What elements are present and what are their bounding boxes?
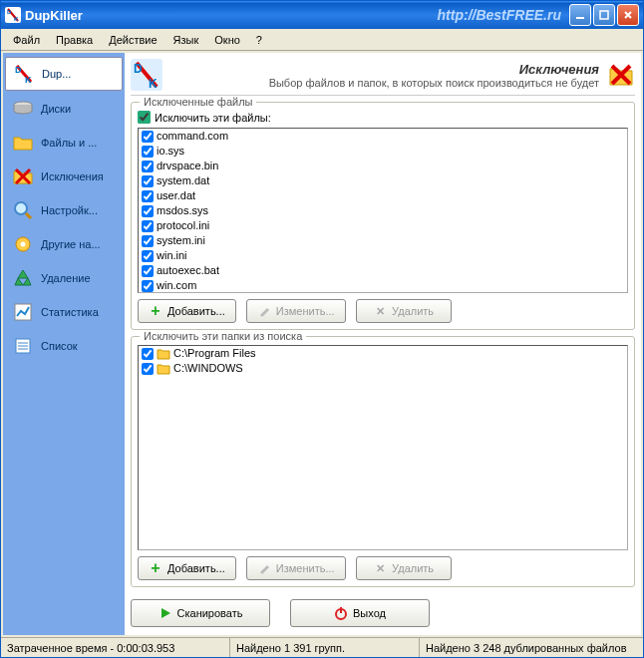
sidebar-item-delete[interactable]: Удаление — [5, 262, 123, 294]
scan-button[interactable]: Сканировать — [131, 599, 270, 627]
file-checkbox[interactable] — [142, 205, 154, 217]
file-checkbox[interactable] — [142, 146, 154, 158]
file-checkbox[interactable] — [142, 161, 154, 172]
file-name: win.com — [157, 278, 196, 293]
svg-text:D: D — [15, 65, 22, 75]
header-app-icon: DK — [131, 59, 162, 91]
folder-checkbox[interactable] — [142, 363, 154, 375]
menu-window[interactable]: Окно — [206, 32, 248, 48]
sidebar-item-label: Удаление — [41, 272, 91, 284]
page-subtitle: Выбор файлов и папок, в которых поиск пр… — [170, 77, 599, 89]
sidebar-item-stats[interactable]: Статистика — [5, 296, 123, 328]
folders-listbox[interactable]: C:\Program FilesC:\WINDOWS — [138, 345, 628, 550]
menu-file[interactable]: Файл — [5, 32, 48, 48]
list-icon — [11, 334, 35, 358]
add-folder-button[interactable]: +Добавить... — [138, 556, 236, 580]
sidebar-item-files[interactable]: Файлы и ... — [5, 127, 123, 159]
list-item[interactable]: autoexec.bat — [139, 263, 627, 278]
x-icon: ✕ — [373, 561, 387, 575]
svg-point-10 — [21, 242, 26, 247]
file-checkbox[interactable] — [142, 220, 154, 232]
file-checkbox[interactable] — [142, 265, 154, 277]
sidebar-item-label: Dup... — [42, 68, 71, 80]
list-item[interactable]: drvspace.bin — [139, 159, 627, 173]
file-checkbox[interactable] — [142, 280, 154, 292]
menu-action[interactable]: Действие — [101, 32, 164, 48]
delete-folder-button[interactable]: ✕Удалить — [356, 556, 452, 580]
list-item[interactable]: win.com — [139, 278, 627, 293]
add-file-button[interactable]: +Добавить... — [138, 299, 236, 323]
file-checkbox[interactable] — [142, 250, 154, 262]
window-title: DupKiller — [25, 8, 83, 23]
list-item[interactable]: io.sys — [139, 144, 627, 159]
file-name: win.ini — [157, 248, 187, 263]
list-item[interactable]: user.dat — [139, 188, 627, 203]
file-name: system.ini — [157, 233, 205, 248]
folder-name: C:\Program Files — [173, 346, 256, 361]
menu-edit[interactable]: Правка — [48, 32, 101, 48]
sidebar-item-other[interactable]: Другие на... — [5, 228, 123, 260]
files-listbox[interactable]: command.comio.sysdrvspace.binsystem.datu… — [138, 128, 628, 293]
list-item[interactable]: C:\WINDOWS — [139, 361, 627, 376]
sidebar-item-list[interactable]: Список — [5, 330, 123, 362]
file-name: drvspace.bin — [157, 159, 218, 173]
file-name: protocol.ini — [157, 218, 209, 233]
dup-icon: DK — [12, 62, 36, 86]
titlebar-url: http://BestFREE.ru — [83, 7, 569, 23]
delete-file-button[interactable]: ✕Удалить — [356, 299, 452, 323]
folder-checkbox[interactable] — [142, 348, 154, 360]
file-checkbox[interactable] — [142, 235, 154, 247]
file-name: system.dat — [157, 173, 209, 188]
svg-text:D: D — [134, 62, 143, 76]
minimize-button[interactable] — [569, 4, 591, 26]
list-item[interactable]: system.ini — [139, 233, 627, 248]
svg-text:K: K — [149, 77, 158, 91]
menu-lang[interactable]: Язык — [165, 32, 207, 48]
sidebar-item-dup[interactable]: DK Dup... — [5, 57, 123, 91]
page-title: Исключения — [170, 62, 599, 77]
list-item[interactable]: msdos.sys — [139, 203, 627, 218]
sidebar: DK Dup... Диски Файлы и ... Исключения Н… — [3, 53, 125, 635]
list-item[interactable]: system.dat — [139, 173, 627, 188]
status-time: Затраченное время - 0:00:03.953 — [1, 638, 230, 657]
list-item[interactable]: C:\Program Files — [139, 346, 627, 361]
file-name: autoexec.bat — [157, 263, 219, 278]
app-window: DK DupKiller http://BestFREE.ru Файл Пра… — [0, 0, 644, 658]
sidebar-item-label: Другие на... — [41, 238, 101, 250]
list-item[interactable]: command.com — [139, 129, 627, 144]
exclude-files-checkbox[interactable] — [138, 111, 151, 124]
chart-icon — [11, 300, 35, 324]
file-checkbox[interactable] — [142, 190, 154, 202]
exclude-files-label: Исключить эти файлы: — [155, 112, 271, 124]
close-button[interactable] — [617, 4, 639, 26]
exclude-icon — [11, 164, 35, 188]
exit-button[interactable]: Выход — [290, 599, 430, 627]
list-item[interactable]: protocol.ini — [139, 218, 627, 233]
excluded-folders-group: Исключить эти папки из поиска C:\Program… — [131, 336, 635, 587]
folder-icon — [157, 348, 170, 360]
sidebar-item-label: Настройк... — [41, 204, 98, 216]
recycle-icon — [11, 266, 35, 290]
menu-help[interactable]: ? — [248, 32, 270, 48]
sidebar-item-label: Диски — [41, 103, 71, 115]
file-name: io.sys — [157, 144, 184, 159]
file-checkbox[interactable] — [142, 175, 154, 187]
sidebar-item-exclusions[interactable]: Исключения — [5, 161, 123, 192]
power-icon — [334, 606, 348, 620]
folder-name: C:\WINDOWS — [173, 361, 243, 376]
gear-icon — [11, 232, 35, 256]
sidebar-item-label: Статистика — [41, 306, 99, 318]
sidebar-item-settings[interactable]: Настройк... — [5, 194, 123, 226]
group-title: Исключить эти папки из поиска — [140, 330, 306, 342]
edit-folder-button[interactable]: Изменить... — [246, 556, 346, 580]
pencil-icon — [257, 304, 271, 318]
list-item[interactable]: win.ini — [139, 248, 627, 263]
content-header: DK Исключения Выбор файлов и папок, в ко… — [131, 59, 635, 96]
x-icon: ✕ — [373, 304, 387, 318]
maximize-button[interactable] — [593, 4, 615, 26]
plus-icon: + — [149, 561, 162, 575]
status-groups: Найдено 1 391 групп. — [230, 638, 420, 657]
edit-file-button[interactable]: Изменить... — [246, 299, 346, 323]
file-checkbox[interactable] — [142, 131, 154, 143]
sidebar-item-disks[interactable]: Диски — [5, 93, 123, 125]
